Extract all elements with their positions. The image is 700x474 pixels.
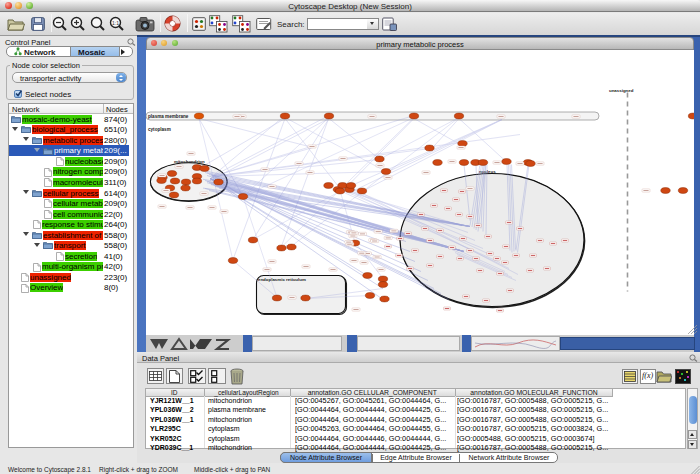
svg-text:1:1: 1:1 xyxy=(112,20,119,26)
svg-text:cytoplasm: cytoplasm xyxy=(148,126,171,131)
svg-text:endoplasmic reticulum: endoplasmic reticulum xyxy=(258,277,306,282)
svg-text:plasma membrane: plasma membrane xyxy=(148,113,189,118)
svg-text:mitochondrion: mitochondrion xyxy=(174,158,205,163)
svg-text:unassigned: unassigned xyxy=(609,87,634,92)
